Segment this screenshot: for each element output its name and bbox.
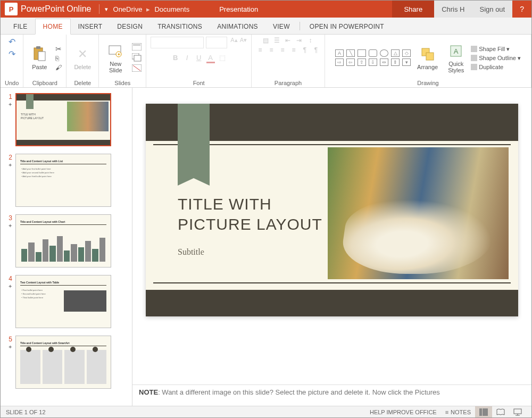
text-direction-button[interactable]: ↕ — [306, 37, 314, 44]
underline-button[interactable]: U — [195, 54, 203, 63]
help-icon[interactable]: ? — [512, 5, 531, 13]
copy-button[interactable]: ⎘ — [55, 55, 62, 62]
slide-rule — [153, 282, 511, 283]
paste-button[interactable]: Paste — [28, 45, 51, 71]
shape-diamond-icon[interactable]: ◇ — [402, 49, 411, 57]
divider — [99, 4, 99, 14]
new-slide-button[interactable]: ✦ New Slide — [103, 41, 128, 74]
current-slide[interactable]: TITLE WITHPICTURE LAYOUT Subtitle — [146, 104, 518, 316]
grow-font-button[interactable]: A▴ — [230, 37, 237, 48]
format-painter-button[interactable]: 🖌 — [55, 64, 62, 71]
tab-file[interactable]: FILE — [6, 19, 35, 34]
user-name[interactable]: Chris H — [434, 1, 472, 18]
shapes-more-icon[interactable]: ▾ — [402, 58, 411, 66]
slide-thumbnail-4[interactable]: Two Content Layout with Table • First bu… — [15, 275, 111, 328]
arrange-button[interactable]: Arrange — [414, 45, 441, 71]
align-right-button[interactable]: ≡ — [278, 46, 287, 54]
app-menu-chevron-icon[interactable]: ▾ — [103, 6, 110, 13]
breadcrumb-root[interactable]: OneDrive — [110, 5, 146, 13]
slide-counter[interactable]: SLIDE 1 OF 12 — [6, 409, 46, 415]
slide-title-placeholder[interactable]: TITLE WITHPICTURE LAYOUT — [178, 194, 322, 234]
shape-rect-icon[interactable] — [358, 49, 366, 57]
tab-open-in-powerpoint[interactable]: OPEN IN POWERPOINT — [302, 19, 392, 34]
group-paragraph: ▤ ☰ ⇤ ⇥ ↕ ≡ ≡ ≡ ≡ ¶ ¶ Paragraph — [252, 35, 325, 87]
redo-button[interactable]: ↷ — [9, 49, 15, 59]
tab-view[interactable]: VIEW — [265, 19, 297, 34]
slide-picture[interactable] — [328, 147, 509, 279]
shapes-gallery[interactable]: A ╲ △ ◇ ⇨ ⇦ ⇧ ⇩ ⇔ ⇕ ▾ — [335, 49, 412, 66]
bullets-button[interactable]: ▤ — [261, 37, 270, 44]
animation-indicator-icon: ✦ — [4, 283, 12, 289]
sign-out-button[interactable]: Sign out — [472, 1, 513, 18]
align-left-button[interactable]: ≡ — [256, 46, 264, 54]
shape-fill-button[interactable]: Shape Fill ▾ — [471, 45, 510, 53]
shape-outline-button[interactable]: Shape Outline ▾ — [471, 54, 521, 62]
shrink-font-button[interactable]: A▾ — [240, 37, 247, 48]
increase-indent-button[interactable]: ⇥ — [295, 37, 303, 44]
document-title[interactable]: Presentation — [193, 5, 258, 13]
shape-arrow-lr-icon[interactable]: ⇔ — [380, 58, 388, 66]
slide-subtitle-placeholder[interactable]: Subtitle — [178, 247, 204, 257]
paste-label: Paste — [32, 64, 47, 70]
duplicate-button[interactable]: Duplicate — [471, 63, 503, 71]
slideshow-view-button[interactable] — [509, 406, 526, 417]
help-improve-link[interactable]: HELP IMPROVE OFFICE — [365, 406, 441, 417]
slide-thumbnail-1[interactable]: TITLE WITHPICTURE LAYOUT — [15, 93, 111, 146]
ribbon-shape-icon[interactable] — [178, 104, 210, 178]
share-button[interactable]: Share — [392, 1, 434, 18]
slide-thumbnail-2[interactable]: Title and Content Layout with List • Add… — [15, 154, 111, 207]
svg-rect-17 — [483, 408, 488, 416]
shape-triangle-icon[interactable]: △ — [391, 49, 400, 57]
breadcrumb-folder[interactable]: Documents — [151, 5, 193, 13]
decrease-indent-button[interactable]: ⇤ — [284, 37, 292, 44]
slide-editor[interactable]: TITLE WITHPICTURE LAYOUT Subtitle — [132, 88, 531, 384]
justify-button[interactable]: ≡ — [289, 46, 298, 54]
notes-toggle-button[interactable]: ≡NOTES — [441, 406, 475, 417]
reading-view-button[interactable] — [492, 406, 509, 417]
tab-home[interactable]: HOME — [35, 19, 71, 35]
normal-view-button[interactable] — [475, 406, 492, 417]
delete-icon: ✕ — [74, 46, 91, 63]
shape-arrow-u-icon[interactable]: ⇧ — [358, 58, 366, 66]
notes-pane[interactable]: NOTE: Want a different image on this sli… — [132, 384, 531, 406]
font-color-button[interactable]: A — [206, 54, 215, 63]
undo-button[interactable]: ↶ — [9, 37, 15, 47]
shape-oval-icon[interactable] — [380, 49, 388, 57]
italic-button[interactable]: I — [183, 54, 192, 63]
tab-design[interactable]: DESIGN — [110, 19, 150, 34]
rtl-button[interactable]: ¶ — [301, 46, 309, 54]
shape-arrow-r-icon[interactable]: ⇨ — [335, 58, 344, 66]
shape-arrow-ud-icon[interactable]: ⇕ — [391, 58, 400, 66]
font-size-select[interactable] — [206, 37, 227, 48]
shape-line-icon[interactable]: ╲ — [346, 49, 355, 57]
tab-animations[interactable]: ANIMATIONS — [210, 19, 265, 34]
shape-textbox-icon[interactable]: A — [335, 49, 344, 57]
numbering-button[interactable]: ☰ — [272, 37, 281, 44]
quick-styles-button[interactable]: A Quick Styles — [443, 41, 469, 74]
slide-canvas-area: TITLE WITHPICTURE LAYOUT Subtitle NOTE: … — [132, 88, 531, 406]
layout-button[interactable] — [132, 43, 142, 52]
duplicate-slide-button[interactable] — [132, 53, 142, 63]
highlight-button[interactable]: ⬚ — [218, 54, 227, 63]
hide-slide-button[interactable] — [132, 64, 142, 73]
slide-thumbnail-panel[interactable]: 1✦ TITLE WITHPICTURE LAYOUT 2✦ Title and… — [1, 88, 132, 406]
shape-arrow-l-icon[interactable]: ⇦ — [346, 58, 355, 66]
bold-button[interactable]: B — [171, 54, 180, 63]
group-drawing: A ╲ △ ◇ ⇨ ⇦ ⇧ ⇩ ⇔ ⇕ ▾ Arrange A — [325, 35, 531, 87]
cut-button[interactable]: ✂ — [55, 45, 62, 53]
slide-thumbnail-5[interactable]: Title and Content Layout with SmartArt — [15, 336, 111, 389]
slide-thumbnail-3[interactable]: Title and Content Layout with Chart — [15, 214, 111, 267]
animation-indicator-icon: ✦ — [4, 102, 12, 107]
powerpoint-logo-icon: P — [5, 3, 18, 15]
tab-insert[interactable]: INSERT — [71, 19, 110, 34]
arrange-label: Arrange — [417, 64, 438, 70]
delete-button[interactable]: ✕ Delete — [71, 45, 94, 71]
font-family-select[interactable] — [151, 37, 204, 48]
svg-text:A: A — [454, 47, 459, 55]
shape-arrow-d-icon[interactable]: ⇩ — [369, 58, 377, 66]
tab-transitions[interactable]: TRANSITIONS — [150, 19, 210, 34]
align-center-button[interactable]: ≡ — [267, 46, 276, 54]
notes-label: NOTE — [139, 388, 158, 396]
shape-roundrect-icon[interactable] — [369, 49, 377, 57]
ltr-button[interactable]: ¶ — [312, 46, 320, 54]
